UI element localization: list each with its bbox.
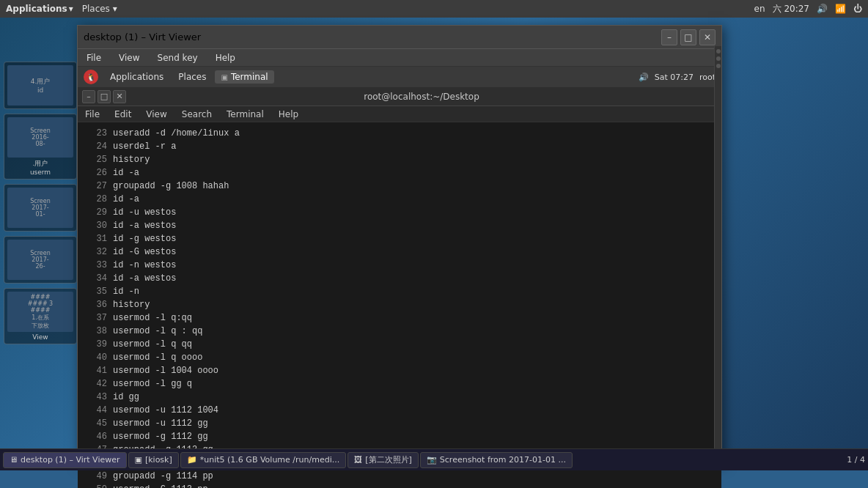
term-maximize-button[interactable]: □ bbox=[98, 90, 111, 103]
line-number: 33 bbox=[84, 259, 107, 272]
sys-task-screenshot-label: Screenshot from 2017-01-01 ... bbox=[440, 455, 566, 465]
term-menu-file[interactable]: File bbox=[81, 108, 104, 120]
vm-applications-menu[interactable]: Applications bbox=[104, 70, 169, 84]
line-command: id -g westos bbox=[113, 232, 176, 245]
line-number: 29 bbox=[84, 206, 107, 219]
vm-side-dot-2 bbox=[716, 56, 721, 61]
thumb-preview-5: ######## 3####1.在系下放枚 bbox=[7, 292, 73, 332]
applications-label: Applications bbox=[6, 4, 67, 14]
thumb-preview-4: Screen2017-26- bbox=[7, 240, 73, 280]
desktop-thumb-4[interactable]: Screen2017-26- bbox=[4, 236, 77, 284]
term-menu-terminal[interactable]: Terminal bbox=[222, 108, 268, 120]
line-number: 45 bbox=[84, 417, 107, 430]
line-number: 50 bbox=[84, 483, 107, 488]
line-command: history bbox=[113, 153, 150, 166]
vm-window: 🐧 Applications Places ▣ Terminal 🔊 Sat 0… bbox=[78, 67, 721, 464]
terminal-line: 37usermod -l q:qq bbox=[84, 311, 716, 325]
vm-places-menu[interactable]: Places bbox=[172, 70, 212, 84]
line-number: 24 bbox=[84, 140, 107, 153]
terminal-title: root@localhost:~/Desktop bbox=[126, 92, 717, 102]
network-icon[interactable]: 📶 bbox=[835, 4, 846, 14]
term-minimize-button[interactable]: – bbox=[82, 90, 95, 103]
term-menu-view[interactable]: View bbox=[141, 108, 171, 120]
sys-task-virt-label: desktop (1) – Virt Viewer bbox=[21, 455, 120, 465]
power-icon[interactable]: ⏻ bbox=[853, 4, 862, 14]
line-number: 49 bbox=[84, 470, 107, 483]
terminal-line: 50usermod -G 1113 pp bbox=[84, 483, 716, 488]
line-command: id gg bbox=[113, 391, 139, 404]
term-menu-search[interactable]: Search bbox=[177, 108, 216, 120]
terminal-line: 38usermod -l q : qq bbox=[84, 325, 716, 338]
line-number: 23 bbox=[84, 127, 107, 140]
sys-task-kiosk[interactable]: ▣ [kiosk] bbox=[128, 452, 179, 468]
line-command: usermod -l gg q bbox=[113, 377, 192, 391]
term-menu-help[interactable]: Help bbox=[274, 108, 303, 120]
sys-task-photos[interactable]: 🖼 [第二次照片] bbox=[347, 452, 419, 468]
vm-app-icon: 🐧 bbox=[84, 70, 98, 84]
terminal-line: 30id -a westos bbox=[84, 219, 716, 232]
terminal-line: 36history bbox=[84, 298, 716, 311]
line-number: 37 bbox=[84, 311, 107, 325]
line-number: 44 bbox=[84, 404, 107, 417]
system-time: 六 20:27 bbox=[773, 3, 809, 15]
terminal-line: 29id -u westos bbox=[84, 206, 716, 219]
sys-page-indicator: 1 / 4 bbox=[847, 455, 865, 465]
virt-viewer-titlebar: desktop (1) – Virt Viewer – □ ✕ bbox=[78, 26, 721, 49]
desktop-thumb-5[interactable]: ######## 3####1.在系下放枚 View bbox=[4, 288, 77, 344]
vm-user: root bbox=[699, 73, 716, 82]
line-number: 46 bbox=[84, 430, 107, 443]
desktop-thumb-2[interactable]: Screen2016-08- .用户userm bbox=[4, 114, 77, 180]
line-command: id -a westos bbox=[113, 219, 176, 232]
terminal-line: 46usermod -g 1112 gg bbox=[84, 430, 716, 443]
virt-menu-sendkey[interactable]: Send key bbox=[153, 51, 202, 64]
line-command: useradd -d /home/linux a bbox=[113, 127, 240, 140]
virt-maximize-button[interactable]: □ bbox=[680, 29, 696, 45]
applications-arrow: ▾ bbox=[69, 4, 73, 14]
vm-time: Sat 07:27 bbox=[655, 73, 694, 82]
line-number: 28 bbox=[84, 193, 107, 206]
virt-close-button[interactable]: ✕ bbox=[699, 29, 716, 45]
terminal-line: 35id -n bbox=[84, 285, 716, 298]
volume-icon[interactable]: 🔊 bbox=[817, 4, 828, 14]
vm-terminal-taskbar-item[interactable]: ▣ Terminal bbox=[215, 70, 273, 84]
line-command: usermod -g 1112 gg bbox=[113, 430, 208, 443]
virt-menu-view[interactable]: View bbox=[114, 51, 144, 64]
virt-menu-file[interactable]: File bbox=[82, 51, 106, 64]
terminal-window: – □ ✕ root@localhost:~/Desktop File Edit… bbox=[78, 87, 721, 488]
vm-sound-icon[interactable]: 🔊 bbox=[639, 73, 649, 82]
line-number: 30 bbox=[84, 219, 107, 232]
line-command: usermod -u 1112 gg bbox=[113, 417, 208, 430]
places-arrow: ▾ bbox=[113, 4, 117, 14]
line-command: id -a westos bbox=[113, 272, 176, 285]
desktop-thumb-3[interactable]: Screen2017-01- bbox=[4, 184, 77, 232]
line-number: 25 bbox=[84, 153, 107, 166]
terminal-content[interactable]: 23useradd -d /home/linux a24userdel -r a… bbox=[78, 122, 721, 488]
desktop-thumb-1[interactable]: 4.用户id bbox=[4, 62, 77, 109]
terminal-line: 43id gg bbox=[84, 391, 716, 404]
line-command: usermod -l q:qq bbox=[113, 311, 192, 325]
virt-minimize-button[interactable]: – bbox=[661, 29, 677, 45]
virt-viewer-title: desktop (1) – Virt Viewer bbox=[84, 32, 201, 42]
locale-indicator: en bbox=[754, 4, 765, 14]
sys-task-screenshot-icon: 📷 bbox=[427, 455, 437, 465]
sys-task-screenshot[interactable]: 📷 Screenshot from 2017-01-01 ... bbox=[420, 452, 573, 468]
vm-topbar-right: 🔊 Sat 07:27 root bbox=[639, 73, 716, 82]
thumb-preview-3: Screen2017-01- bbox=[7, 188, 73, 228]
places-menu[interactable]: Places ▾ bbox=[82, 4, 117, 14]
line-command: usermod -l q oooo bbox=[113, 351, 202, 364]
line-number: 43 bbox=[84, 391, 107, 404]
line-command: id -n bbox=[113, 285, 139, 298]
sys-task-virt-viewer[interactable]: 🖥 desktop (1) – Virt Viewer bbox=[3, 452, 127, 468]
term-close-button[interactable]: ✕ bbox=[113, 90, 126, 103]
applications-menu[interactable]: Applications ▾ bbox=[6, 4, 73, 14]
thumb-label-2: .用户userm bbox=[7, 159, 73, 176]
sys-task-right: 1 / 4 bbox=[847, 455, 865, 465]
terminal-line: 41usermod -l 1004 oooo bbox=[84, 364, 716, 377]
line-command: id -u westos bbox=[113, 206, 176, 219]
term-menu-edit[interactable]: Edit bbox=[110, 108, 136, 120]
virt-menu-help[interactable]: Help bbox=[211, 51, 240, 64]
sys-task-unit5[interactable]: 📁 *unit5 (1.6 GB Volume /run/medi... bbox=[180, 452, 346, 468]
terminal-line: 26id -a bbox=[84, 166, 716, 180]
line-number: 34 bbox=[84, 272, 107, 285]
sys-task-unit5-icon: 📁 bbox=[187, 455, 197, 465]
